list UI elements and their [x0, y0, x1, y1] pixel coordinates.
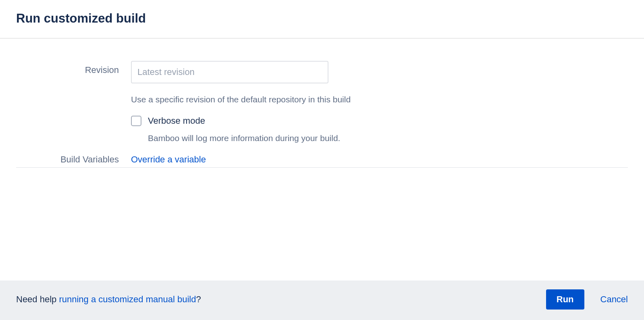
verbose-row: Verbose mode Bamboo will log more inform…: [16, 116, 628, 143]
footer-help-link[interactable]: running a customized manual build: [59, 294, 196, 304]
override-variable-link[interactable]: Override a variable: [131, 154, 206, 165]
dialog-footer: Need help running a customized manual bu…: [0, 281, 644, 320]
build-variables-row: Build Variables Override a variable: [16, 154, 628, 168]
footer-help-suffix: ?: [196, 294, 201, 304]
dialog-header: Run customized build: [0, 0, 644, 39]
revision-input[interactable]: [131, 61, 328, 83]
dialog-title: Run customized build: [16, 11, 628, 26]
verbose-checkbox-label: Verbose mode: [148, 116, 205, 126]
revision-field: Use a specific revision of the default r…: [131, 61, 628, 104]
footer-help-prefix: Need help: [16, 294, 59, 304]
footer-help-text: Need help running a customized manual bu…: [16, 294, 201, 305]
verbose-checkbox-row: Verbose mode: [131, 116, 628, 126]
run-button[interactable]: Run: [546, 289, 584, 310]
cancel-button[interactable]: Cancel: [600, 294, 628, 305]
revision-help-text: Use a specific revision of the default r…: [131, 95, 628, 104]
verbose-help-text: Bamboo will log more information during …: [148, 133, 628, 143]
revision-label: Revision: [16, 61, 131, 75]
footer-actions: Run Cancel: [546, 289, 628, 310]
verbose-field: Verbose mode Bamboo will log more inform…: [131, 116, 628, 143]
verbose-checkbox[interactable]: [131, 116, 141, 126]
dialog-content: Revision Use a specific revision of the …: [0, 39, 644, 281]
verbose-empty-label: [16, 116, 131, 120]
build-variables-label: Build Variables: [16, 154, 131, 165]
revision-row: Revision Use a specific revision of the …: [16, 61, 628, 104]
